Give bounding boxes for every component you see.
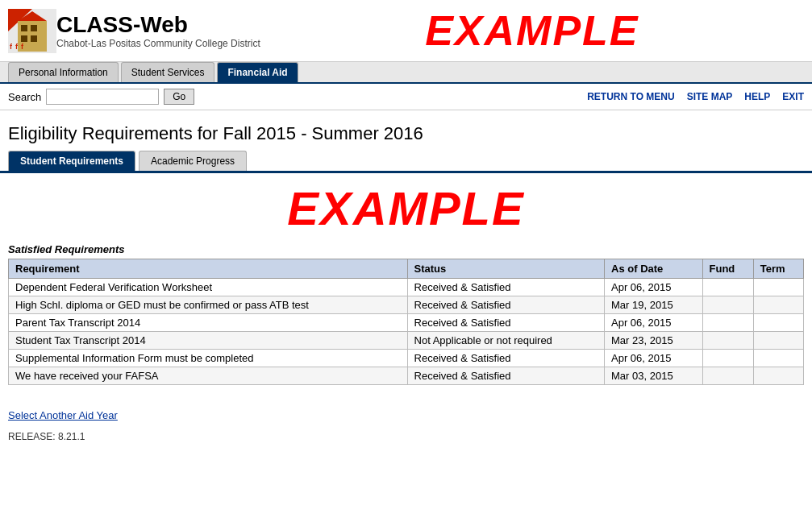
release-label: RELEASE: 8.21.1 xyxy=(8,431,85,442)
site-map-link[interactable]: SITE MAP xyxy=(687,91,733,102)
content-tabs-row: Student Requirements Academic Progress xyxy=(0,151,812,173)
requirements-table: Requirement Status As of Date Fund Term … xyxy=(8,259,804,385)
toolbar-search-area: Search Go xyxy=(8,89,194,105)
col-header-as-of-date: As of Date xyxy=(605,259,703,279)
return-to-menu-link[interactable]: RETURN TO MENU xyxy=(587,91,674,102)
svg-rect-4 xyxy=(31,25,37,31)
toolbar: Search Go RETURN TO MENU SITE MAP HELP E… xyxy=(0,84,812,110)
section-label: Satisfied Requirements xyxy=(8,238,804,259)
content-example-watermark: EXAMPLE xyxy=(8,173,804,238)
table-cell-5-0: We have received your FAFSA xyxy=(9,367,408,385)
svg-rect-5 xyxy=(21,35,27,42)
table-cell-0-2: Apr 06, 2015 xyxy=(605,279,703,296)
nav-tab-student-services[interactable]: Student Services xyxy=(121,62,215,82)
table-cell-1-1: Received & Satisfied xyxy=(407,296,604,314)
logo-text: CLASS-Web Chabot-Las Positas Community C… xyxy=(56,12,260,49)
header-example-watermark: EXAMPLE xyxy=(260,6,804,55)
table-cell-2-1: Received & Satisfied xyxy=(407,314,604,332)
table-cell-5-3 xyxy=(702,367,753,385)
table-cell-3-2: Mar 23, 2015 xyxy=(605,332,703,350)
table-row: Dependent Federal Verification Worksheet… xyxy=(9,279,804,296)
nav-tab-financial-aid[interactable]: Financial Aid xyxy=(217,62,298,82)
nav-tab-personal-information[interactable]: Personal Information xyxy=(8,62,119,82)
table-cell-1-2: Mar 19, 2015 xyxy=(605,296,703,314)
logo-icon: f f f xyxy=(8,9,56,53)
header: f f f CLASS-Web Chabot-Las Positas Commu… xyxy=(0,0,812,62)
exit-link[interactable]: EXIT xyxy=(782,91,804,102)
table-cell-5-1: Received & Satisfied xyxy=(407,367,604,385)
table-cell-4-4 xyxy=(753,350,803,367)
table-cell-4-1: Received & Satisfied xyxy=(407,350,604,367)
go-button[interactable]: Go xyxy=(164,89,194,105)
table-row: Supplemental Information Form must be co… xyxy=(9,350,804,367)
tab-academic-progress[interactable]: Academic Progress xyxy=(139,151,247,171)
tab-student-requirements[interactable]: Student Requirements xyxy=(8,151,135,171)
table-cell-3-4 xyxy=(753,332,803,350)
table-cell-3-0: Student Tax Transcript 2014 xyxy=(9,332,408,350)
table-row: High Schl. diploma or GED must be confir… xyxy=(9,296,804,314)
toolbar-links: RETURN TO MENU SITE MAP HELP EXIT xyxy=(587,91,804,102)
col-header-fund: Fund xyxy=(702,259,753,279)
table-row: Student Tax Transcript 2014Not Applicabl… xyxy=(9,332,804,350)
table-cell-2-2: Apr 06, 2015 xyxy=(605,314,703,332)
app-subtitle: Chabot-Las Positas Community College Dis… xyxy=(56,38,260,49)
app-name: CLASS-Web xyxy=(56,12,260,38)
table-row: Parent Tax Transcript 2014Received & Sat… xyxy=(9,314,804,332)
col-header-term: Term xyxy=(753,259,803,279)
svg-rect-3 xyxy=(21,25,27,31)
search-label: Search xyxy=(8,91,41,103)
col-header-requirement: Requirement xyxy=(9,259,408,279)
select-link-area: Select Another Aid Year xyxy=(0,398,812,426)
nav-bar: Personal Information Student Services Fi… xyxy=(0,62,812,84)
table-cell-0-4 xyxy=(753,279,803,296)
table-cell-1-4 xyxy=(753,296,803,314)
table-cell-1-3 xyxy=(702,296,753,314)
footer: RELEASE: 8.21.1 xyxy=(0,426,812,447)
table-cell-2-3 xyxy=(702,314,753,332)
table-cell-4-3 xyxy=(702,350,753,367)
col-header-status: Status xyxy=(407,259,604,279)
table-cell-5-4 xyxy=(753,367,803,385)
table-cell-1-0: High Schl. diploma or GED must be confir… xyxy=(9,296,408,314)
svg-rect-6 xyxy=(31,35,37,42)
table-cell-2-4 xyxy=(753,314,803,332)
table-cell-0-3 xyxy=(702,279,753,296)
table-cell-4-0: Supplemental Information Form must be co… xyxy=(9,350,408,367)
table-cell-0-1: Received & Satisfied xyxy=(407,279,604,296)
table-cell-2-0: Parent Tax Transcript 2014 xyxy=(9,314,408,332)
table-cell-0-0: Dependent Federal Verification Worksheet xyxy=(9,279,408,296)
search-input[interactable] xyxy=(46,89,159,105)
table-cell-4-2: Apr 06, 2015 xyxy=(605,350,703,367)
select-another-aid-year-link[interactable]: Select Another Aid Year xyxy=(8,409,118,421)
help-link[interactable]: HELP xyxy=(744,91,770,102)
table-cell-5-2: Mar 03, 2015 xyxy=(605,367,703,385)
page-title: Eligibility Requirements for Fall 2015 -… xyxy=(0,110,812,151)
content-area: EXAMPLE Satisfied Requirements Requireme… xyxy=(0,173,812,398)
table-cell-3-1: Not Applicable or not required xyxy=(407,332,604,350)
table-cell-3-3 xyxy=(702,332,753,350)
table-row: We have received your FAFSAReceived & Sa… xyxy=(9,367,804,385)
